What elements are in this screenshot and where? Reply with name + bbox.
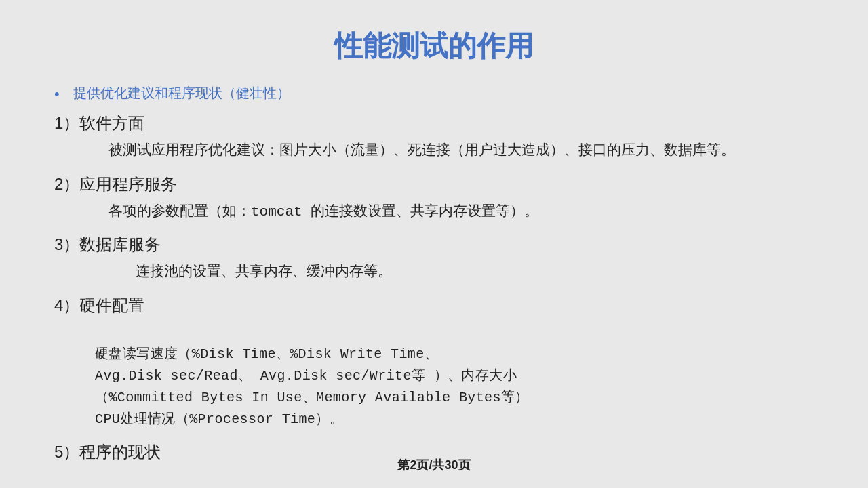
bullet-text: 提供优化建议和程序现状（健壮性）: [73, 84, 290, 102]
section-1-title: 1）软件方面: [54, 113, 814, 134]
bullet-dot: •: [54, 85, 60, 103]
section-2-title: 2）应用程序服务: [54, 174, 814, 195]
section-4-title: 4）硬件配置: [54, 295, 814, 317]
section-appservice: 2）应用程序服务 各项的参数配置（如：tomcat 的连接数设置、共享内存设置等…: [54, 174, 814, 224]
section-3-title: 3）数据库服务: [54, 234, 814, 256]
slide: 性能测试的作用 • 提供优化建议和程序现状（健壮性） 1）软件方面 被测试应用程…: [0, 0, 868, 488]
page-footer: 第2页/共30页: [397, 457, 470, 473]
section-3-content: 连接池的设置、共享内存、缓冲内存等。: [54, 261, 814, 284]
section-1-content: 被测试应用程序优化建议：图片大小（流量）、死连接（用户过大造成）、接口的压力、数…: [54, 140, 814, 163]
section-database: 3）数据库服务 连接池的设置、共享内存、缓冲内存等。: [54, 234, 814, 284]
slide-title: 性能测试的作用: [54, 27, 814, 65]
section-hardware: 4）硬件配置 硬盘读写速度（%Disk Time、%Disk Write Tim…: [54, 295, 814, 430]
section-4-content: 硬盘读写速度（%Disk Time、%Disk Write Time、 Avg.…: [54, 322, 814, 430]
section-2-content: 各项的参数配置（如：tomcat 的连接数设置、共享内存设置等）。: [54, 201, 814, 224]
section-software: 1）软件方面 被测试应用程序优化建议：图片大小（流量）、死连接（用户过大造成）、…: [54, 113, 814, 163]
bullet-item: • 提供优化建议和程序现状（健壮性）: [54, 84, 814, 103]
